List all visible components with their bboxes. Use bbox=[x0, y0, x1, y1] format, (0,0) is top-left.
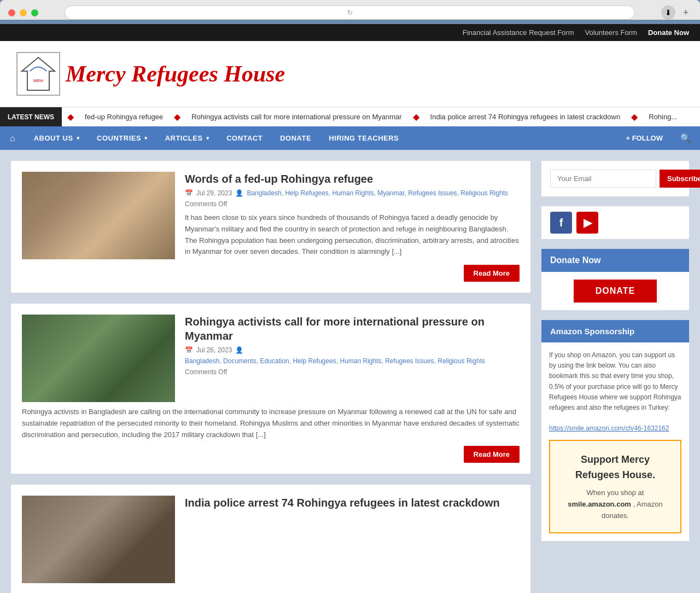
article-image-1 bbox=[22, 172, 175, 259]
chevron-down-icon-3: ▾ bbox=[206, 135, 209, 141]
ticker-item-4: Rohing... bbox=[649, 113, 677, 121]
article-date-2: Jul 26, 2023 bbox=[196, 346, 232, 354]
amazon-sponsorship-container: Amazon Sponsorship If you shop on Amazon… bbox=[541, 320, 689, 541]
email-input[interactable] bbox=[550, 170, 656, 188]
ticker-dot-4: ◆ bbox=[631, 112, 638, 122]
article-top-3: India police arrest 74 Rohingya refugees… bbox=[22, 496, 520, 583]
nav-contact-label: CONTACT bbox=[226, 134, 262, 142]
donate-now-topbar-link[interactable]: Donate Now bbox=[648, 28, 689, 37]
article-comments-1: Comments Off bbox=[185, 200, 227, 208]
minimize-dot[interactable] bbox=[20, 9, 27, 16]
ticker-dot-1: ◆ bbox=[67, 112, 74, 122]
main-nav: ⌂ ABOUT US ▾ COUNTRIES ▾ ARTICLES ▾ CONT… bbox=[0, 126, 700, 150]
amazon-sponsorship-body: If you shop on Amazon, you can support u… bbox=[541, 342, 689, 541]
address-bar[interactable]: ↻ bbox=[65, 5, 635, 20]
amazon-support-title: Support Mercy Refugees House. bbox=[561, 452, 669, 484]
nav-hiring-label: HIRING TEACHERS bbox=[329, 134, 399, 142]
read-more-button-2[interactable]: Read More bbox=[464, 446, 520, 463]
article-title-2[interactable]: Rohingya activists call for more interna… bbox=[185, 315, 520, 343]
read-more-row-1: Read More bbox=[22, 265, 520, 282]
article-meta-1: 📅 Jul 29, 2023 👤 Bangladesh, Help Refuge… bbox=[185, 189, 520, 208]
article-title-3[interactable]: India police arrest 74 Rohingya refugees… bbox=[185, 496, 520, 510]
article-card-1: Words of a fed-up Rohingya refugee 📅 Jul… bbox=[11, 161, 530, 293]
download-icon[interactable]: ⬇ bbox=[661, 5, 675, 20]
amazon-text: If you shop on Amazon, you can support u… bbox=[549, 351, 681, 411]
amazon-sponsorship-header: Amazon Sponsorship bbox=[541, 320, 689, 342]
volunteers-form-link[interactable]: Volunteers Form bbox=[585, 28, 637, 37]
browser-controls: ↻ ⬇ + bbox=[8, 5, 692, 20]
chevron-down-icon: ▾ bbox=[77, 135, 80, 141]
user-icon: 👤 bbox=[235, 189, 243, 197]
calendar-icon: 📅 bbox=[185, 189, 193, 197]
subscribe-box: Subscribe bbox=[541, 161, 689, 196]
ticker-label: LATEST NEWS bbox=[0, 107, 62, 126]
article-top-2: Rohingya activists call for more interna… bbox=[22, 315, 520, 402]
site-header: MRH Mercy Refugees House bbox=[0, 41, 700, 107]
donate-sidebar-container: Donate Now DONATE bbox=[541, 249, 689, 310]
article-image-3 bbox=[22, 496, 175, 583]
donate-button-box: DONATE bbox=[541, 272, 689, 310]
close-dot[interactable] bbox=[8, 9, 15, 16]
amazon-support-prefix: When you shop at bbox=[587, 489, 644, 497]
amazon-link[interactable]: https://smile.amazon.com/ch/46-1632162 bbox=[549, 425, 669, 432]
ticker-dot-3: ◆ bbox=[413, 112, 419, 122]
nav-item-about-us[interactable]: ABOUT US ▾ bbox=[25, 127, 88, 149]
top-bar: Financial Assistance Request Form Volunt… bbox=[0, 24, 700, 41]
site-title: Mercy Refugees House bbox=[66, 61, 285, 87]
browser-chrome: ↻ ⬇ + bbox=[0, 0, 700, 20]
home-icon: ⌂ bbox=[10, 133, 15, 143]
amazon-support-site: smile.amazon.com bbox=[568, 500, 631, 508]
article-meta-2: 📅 Jul 26, 2023 👤 Bangladesh, Documents, … bbox=[185, 346, 520, 376]
article-card-3: India police arrest 74 Rohingya refugees… bbox=[11, 485, 530, 593]
ticker-item-3: India police arrest 74 Rohingya refugees… bbox=[430, 113, 621, 121]
nav-item-countries[interactable]: COUNTRIES ▾ bbox=[88, 127, 156, 149]
article-content-3: India police arrest 74 Rohingya refugees… bbox=[185, 496, 520, 583]
amazon-support-box: Support Mercy Refugees House. When you s… bbox=[549, 440, 681, 534]
nav-item-contact[interactable]: CONTACT bbox=[218, 127, 271, 149]
article-excerpt-1: It has been close to six years since hun… bbox=[185, 212, 520, 258]
reload-icon: ↻ bbox=[347, 9, 353, 16]
nav-item-articles[interactable]: ARTICLES ▾ bbox=[156, 127, 218, 149]
article-date-1: Jul 29, 2023 bbox=[196, 189, 232, 197]
facebook-icon[interactable]: f bbox=[550, 212, 572, 234]
nav-search-button[interactable]: 🔍 bbox=[672, 126, 700, 150]
youtube-icon[interactable]: ▶ bbox=[576, 212, 598, 234]
read-more-row-2: Read More bbox=[22, 446, 520, 463]
new-tab-button[interactable]: + bbox=[680, 7, 692, 19]
nav-donate-label: DONATE bbox=[280, 134, 311, 142]
ticker-content: ◆ fed-up Rohingya refugee ◆ Rohingya act… bbox=[62, 112, 700, 122]
search-icon: 🔍 bbox=[680, 133, 691, 143]
article-title-1[interactable]: Words of a fed-up Rohingya refugee bbox=[185, 172, 520, 186]
nav-home-button[interactable]: ⌂ bbox=[0, 127, 25, 150]
article-top-1: Words of a fed-up Rohingya refugee 📅 Jul… bbox=[22, 172, 520, 259]
financial-assistance-link[interactable]: Financial Assistance Request Form bbox=[463, 28, 574, 37]
logo-container[interactable]: MRH Mercy Refugees House bbox=[16, 52, 285, 96]
svg-rect-0 bbox=[19, 55, 57, 93]
donate-sidebar-button[interactable]: DONATE bbox=[574, 280, 657, 303]
svg-text:MRH: MRH bbox=[33, 78, 43, 83]
subscribe-button[interactable]: Subscribe bbox=[660, 170, 700, 188]
nav-about-us-label: ABOUT US bbox=[34, 134, 73, 142]
logo-image: MRH bbox=[16, 52, 60, 96]
nav-follow-button[interactable]: + FOLLOW bbox=[617, 127, 672, 149]
nav-countries-label: COUNTRIES bbox=[97, 134, 141, 142]
article-body-2: Rohingya activists in Bangladesh are cal… bbox=[22, 406, 520, 440]
sidebar: Subscribe f ▶ Donate Now DONATE Amazon S… bbox=[541, 161, 689, 593]
article-comments-2: Comments Off bbox=[185, 368, 227, 376]
content-wrapper: Words of a fed-up Rohingya refugee 📅 Jul… bbox=[0, 150, 700, 593]
read-more-button-1[interactable]: Read More bbox=[464, 265, 520, 282]
donate-sidebar-header: Donate Now bbox=[541, 249, 689, 272]
nav-item-donate[interactable]: DONATE bbox=[271, 127, 320, 149]
nav-item-hiring-teachers[interactable]: HIRING TEACHERS bbox=[320, 127, 407, 149]
nav-articles-label: ARTICLES bbox=[165, 134, 203, 142]
article-image-2 bbox=[22, 315, 175, 402]
chevron-down-icon-2: ▾ bbox=[144, 135, 148, 141]
ticker-item-2: Rohingya activists call for more interna… bbox=[191, 113, 401, 121]
ticker-item-1: fed-up Rohingya refugee bbox=[85, 113, 163, 121]
article-content-1: Words of a fed-up Rohingya refugee 📅 Jul… bbox=[185, 172, 520, 259]
main-column: Words of a fed-up Rohingya refugee 📅 Jul… bbox=[11, 161, 530, 593]
calendar-icon-2: 📅 bbox=[185, 346, 193, 354]
fullscreen-dot[interactable] bbox=[31, 9, 38, 16]
news-ticker: LATEST NEWS ◆ fed-up Rohingya refugee ◆ … bbox=[0, 107, 700, 126]
user-icon-2: 👤 bbox=[235, 346, 243, 354]
